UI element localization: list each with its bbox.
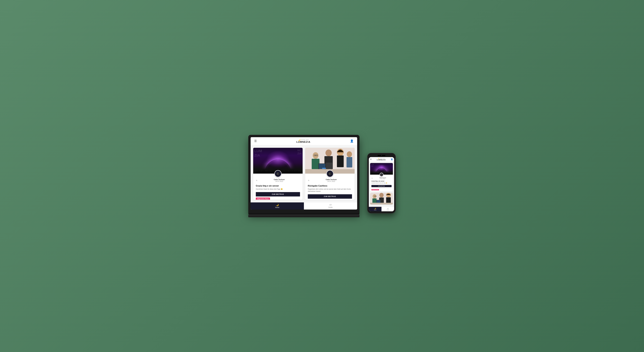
logo-main-text: LUMNEZIA xyxy=(296,141,310,143)
phone-cashless-image xyxy=(370,193,393,204)
phone-card-1-avatar xyxy=(380,173,384,176)
phone-user-icon[interactable]: 👤 xyxy=(391,158,393,160)
avatar-moon-2 xyxy=(329,173,331,175)
svg-point-10 xyxy=(347,151,352,157)
card-2-button[interactable]: ZUM BEITRAG xyxy=(308,194,352,199)
laptop-app: ☰ 🌙 OPEN AIR LUMNEZIA 👤 xyxy=(250,137,357,209)
svg-rect-11 xyxy=(346,157,352,168)
card-1-image: LUMZIA NCZIA xyxy=(253,148,302,174)
svg-rect-27 xyxy=(376,200,380,203)
laptop-screen: ☰ 🌙 OPEN AIR LUMNEZIA 👤 xyxy=(250,137,357,209)
card-1-author: Catia Tschuor xyxy=(258,178,300,180)
phone-card-1-author-date: Catia Tschuor 24.07.2022 xyxy=(374,177,392,179)
card-1-button[interactable]: ZUM BEITRAG xyxy=(256,192,300,196)
phone-card-1-title: Grazia fetg e sin sevser xyxy=(372,180,392,182)
scene: ☰ 🌙 OPEN AIR LUMNEZIA 👤 xyxy=(248,135,396,217)
cashless-svg xyxy=(305,148,354,174)
bg-text-nc: NCZIA xyxy=(298,149,302,155)
card-2: ✈ Catia Tschuor 24.07.2022 Rückgabe Cash… xyxy=(305,148,354,199)
laptop-body: ☰ 🌙 OPEN AIR LUMNEZIA 👤 xyxy=(248,135,360,213)
phone-home-nav-icon: 🌙 xyxy=(374,208,376,209)
svg-rect-15 xyxy=(322,168,326,169)
phone-notch xyxy=(378,155,385,156)
phone-bg-text: LUMZIA xyxy=(371,164,374,167)
phone-cashless-svg xyxy=(370,193,393,204)
home-nav-icon: 🌙 xyxy=(276,203,279,206)
phone-card-1-author: Catia Tschuor xyxy=(374,177,392,178)
phone-menu-icon[interactable]: ☰ xyxy=(370,159,372,160)
card-1-excerpt: Herzlichen Dank für diese drei Tage 😊 xyxy=(256,188,300,190)
nav-home-laptop[interactable]: 🌙 Home xyxy=(250,202,304,209)
concert-image: LUMZIA NCZIA xyxy=(253,148,302,174)
nav-inside-laptop[interactable]: 🏷 Inside xyxy=(304,202,357,209)
inside-nav-icon: 🏷 xyxy=(330,203,332,206)
avatar-moon xyxy=(277,173,279,175)
card-1-avatar xyxy=(274,170,282,177)
phone-card-1-meta: ✈ Catia Tschuor 24.07.2022 xyxy=(370,176,393,180)
phone-inside-nav-icon: 🏷 xyxy=(387,208,388,209)
logo: 🌙 OPEN AIR LUMNEZIA xyxy=(296,139,310,143)
phone-card-1: LUMZIA xyxy=(370,163,393,191)
card-2-meta: ✈ Catia Tschuor 24.07.2022 xyxy=(305,177,354,183)
phone-card-1-button[interactable]: ZUM BEITRAG xyxy=(372,185,392,187)
phone-logo: 🌙 OPEN AIR LUMNEZIA xyxy=(377,158,386,161)
user-icon[interactable]: 👤 xyxy=(350,139,354,143)
laptop-base xyxy=(248,214,360,217)
phone-card-1-tag: Allgemeine News xyxy=(372,189,379,190)
card-2-title: Rückgabe Cashless xyxy=(308,184,352,187)
phone-card-2-partial xyxy=(370,193,393,204)
nav-home-phone[interactable]: 🌙 Home xyxy=(369,207,382,211)
phone-card-1-date: 24.07.2022 xyxy=(374,178,392,179)
phone-app-header: ☰ 🌙 OPEN AIR LUMNEZIA 👤 xyxy=(369,157,394,162)
phone-card-2-image xyxy=(370,193,393,204)
phone-share-icon: ✈ xyxy=(371,177,373,179)
logo-moon-icon: 🌙 xyxy=(298,139,300,141)
phone-camera xyxy=(381,155,382,156)
laptop-content: LUMZIA NCZIA xyxy=(250,145,357,202)
laptop-bottom-nav: 🌙 Home 🏷 Inside xyxy=(250,202,357,209)
phone-body: ☰ 🌙 OPEN AIR LUMNEZIA 👤 xyxy=(367,153,396,213)
card-2-body: Rückgabe Cashless Registriere dich onlin… xyxy=(305,183,354,199)
phone-avatar-moon xyxy=(380,174,382,176)
phone-inside-nav-label: Inside xyxy=(387,209,389,210)
svg-point-6 xyxy=(326,150,332,156)
phone-device: ☰ 🌙 OPEN AIR LUMNEZIA 👤 xyxy=(367,153,396,213)
card-2-image xyxy=(305,148,354,174)
phone-logo-moon-icon: 🌙 xyxy=(378,158,379,159)
card-1: LUMZIA NCZIA xyxy=(253,148,302,199)
card-2-avatar xyxy=(326,170,334,177)
phone-logo-main-text: LUMNEZIA xyxy=(377,159,386,161)
laptop-device: ☰ 🌙 OPEN AIR LUMNEZIA 👤 xyxy=(248,135,360,217)
svg-rect-28 xyxy=(370,203,393,204)
card-1-meta: ✈ Catia Tschuor 24.07.2022 xyxy=(253,177,302,183)
laptop-app-header: ☰ 🌙 OPEN AIR LUMNEZIA 👤 xyxy=(250,137,357,145)
svg-rect-9 xyxy=(337,156,344,167)
phone-logo-top-text: OPEN AIR xyxy=(380,158,385,159)
card-1-title: Grazia fetg e sin sevser xyxy=(256,184,300,187)
share-icon-2: ✈ xyxy=(307,179,310,182)
card-2-author-date: Catia Tschuor 24.07.2022 xyxy=(310,178,352,182)
svg-point-22 xyxy=(380,193,384,197)
phone-bottom-nav: 🌙 Home 🏷 Inside xyxy=(369,207,394,211)
card-1-author-date: Catia Tschuor 24.07.2022 xyxy=(258,178,300,182)
menu-icon[interactable]: ☰ xyxy=(254,140,257,143)
nav-inside-phone[interactable]: 🏷 Inside xyxy=(382,207,394,211)
card-2-date: 24.07.2022 xyxy=(310,180,352,182)
phone-home-nav-label: Home xyxy=(374,209,376,210)
cashless-image xyxy=(305,148,354,174)
card-1-date: 24.07.2022 xyxy=(258,180,300,182)
card-1-tag: Allgemeine News xyxy=(256,197,270,200)
card-1-body: Grazia fetg e sin sevser Herzlichen Dank… xyxy=(253,183,302,199)
phone-card-1-excerpt: Herzlichen Dank für diese drei Tage 😊 xyxy=(372,182,392,184)
inside-nav-label: Inside xyxy=(328,206,332,208)
phone-app: ☰ 🌙 OPEN AIR LUMNEZIA 👤 xyxy=(369,157,394,211)
laptop-hinge xyxy=(248,213,360,214)
phone-avatar-inner xyxy=(380,173,383,176)
avatar-inner-2 xyxy=(328,173,331,175)
card-2-author: Catia Tschuor xyxy=(310,178,352,180)
home-nav-label: Home xyxy=(275,206,279,208)
phone-screen: ☰ 🌙 OPEN AIR LUMNEZIA 👤 xyxy=(369,157,394,211)
svg-rect-14 xyxy=(326,163,332,170)
card-2-excerpt: Registriere dich online und du kannst de… xyxy=(308,188,352,192)
bg-text-lum: LUMZIA xyxy=(254,149,262,158)
